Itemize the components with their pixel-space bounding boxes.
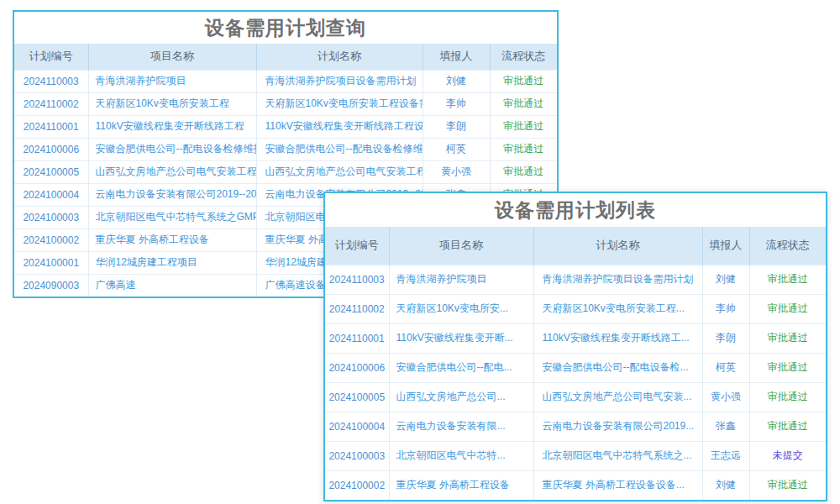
project-name-cell[interactable]: 天府新区10Kv变电所安装工程 bbox=[88, 92, 256, 115]
table-row[interactable]: 2024110001 110kV安徽线程集变开断线路工程 110kV安徽线程集变… bbox=[14, 115, 557, 138]
status-cell[interactable]: 审批通过 bbox=[490, 115, 557, 138]
table-row[interactable]: 2024110002 天府新区10Kv变电所安装工程 天府新区10Kv变电所安装… bbox=[14, 92, 557, 115]
project-name-cell[interactable]: 云南电力设备安装有限... bbox=[389, 412, 533, 441]
status-cell[interactable]: 审批通过 bbox=[490, 138, 557, 160]
status-cell[interactable]: 审批通过 bbox=[490, 160, 557, 183]
reporter-cell[interactable]: 李帅 bbox=[423, 92, 490, 115]
project-name-cell[interactable]: 110kV安徽线程集变开断... bbox=[389, 323, 533, 353]
reporter-cell[interactable]: 柯英 bbox=[423, 138, 490, 160]
list-table-header-row: 计划编号 项目名称 计划名称 填报人 流程状态 bbox=[325, 227, 826, 265]
reporter-cell[interactable]: 黄小强 bbox=[702, 382, 749, 412]
project-name-cell[interactable]: 重庆华夏 外高桥工程设备 bbox=[389, 470, 533, 500]
reporter-cell[interactable]: 李朗 bbox=[423, 115, 490, 138]
project-name-cell[interactable]: 北京朝阳区电气中芯特气系统之GMP工程 bbox=[88, 206, 256, 228]
status-cell[interactable]: 审批通过 bbox=[749, 353, 826, 382]
plan-name-cell[interactable]: 安徽合肥供电公司--配电设备检... bbox=[533, 353, 702, 382]
plan-no-cell[interactable]: 2024100005 bbox=[14, 160, 88, 183]
table-row[interactable]: 2024100002 重庆华夏 外高桥工程设备 重庆华夏 外高桥工程设备设备..… bbox=[325, 470, 826, 500]
table-row[interactable]: 2024100006 安徽合肥供电公司--配电... 安徽合肥供电公司--配电设… bbox=[325, 353, 826, 382]
reporter-cell[interactable]: 刘健 bbox=[702, 265, 749, 294]
reporter-cell[interactable]: 黄小强 bbox=[423, 160, 490, 183]
column-header-status: 流程状态 bbox=[490, 44, 557, 70]
reporter-cell[interactable]: 刘健 bbox=[423, 70, 490, 92]
plan-no-cell[interactable]: 2024110002 bbox=[14, 92, 88, 115]
project-name-cell[interactable]: 华润12城房建工程项目 bbox=[88, 251, 256, 274]
project-name-cell[interactable]: 广佛高速 bbox=[88, 274, 256, 297]
project-name-cell[interactable]: 北京朝阳区电气中芯特... bbox=[389, 441, 533, 470]
plan-no-cell[interactable]: 2024100006 bbox=[325, 353, 389, 382]
plan-no-cell[interactable]: 2024110003 bbox=[325, 265, 389, 294]
status-cell[interactable]: 审批通过 bbox=[490, 70, 557, 92]
column-header-project: 项目名称 bbox=[88, 44, 256, 70]
plan-name-cell[interactable]: 天府新区10Kv变电所安装工程设备需用计划 bbox=[256, 92, 423, 115]
plan-no-cell[interactable]: 2024100006 bbox=[14, 138, 88, 160]
plan-name-cell[interactable]: 山西弘文房地产总公司电气安装工程设备需用计划 bbox=[256, 160, 423, 183]
table-row[interactable]: 2024100003 北京朝阳区电气中芯特... 北京朝阳区电气中芯特气系统之.… bbox=[325, 441, 826, 470]
status-cell[interactable]: 审批通过 bbox=[749, 382, 826, 412]
plan-no-cell[interactable]: 2024100001 bbox=[14, 251, 88, 274]
table-row[interactable]: 2024100006 安徽合肥供电公司--配电设备检修维护工程 安徽合肥供电公司… bbox=[14, 138, 557, 160]
plan-no-cell[interactable]: 2024100005 bbox=[325, 382, 389, 412]
table-row[interactable]: 2024110002 天府新区10Kv变电所安... 天府新区10Kv变电所安装… bbox=[325, 294, 826, 323]
plan-no-cell[interactable]: 2024110002 bbox=[325, 294, 389, 323]
column-header-plan-no: 计划编号 bbox=[325, 227, 389, 265]
project-name-cell[interactable]: 安徽合肥供电公司--配电... bbox=[389, 353, 533, 382]
table-row[interactable]: 2024110003 青海洪湖养护院项目 青海洪湖养护院项目设备需用计划 刘健 … bbox=[14, 70, 557, 92]
plan-name-cell[interactable]: 青海洪湖养护院项目设备需用计划 bbox=[533, 265, 702, 294]
plan-name-cell[interactable]: 云南电力设备安装有限公司2019... bbox=[533, 412, 702, 441]
plan-no-cell[interactable]: 2024110001 bbox=[14, 115, 88, 138]
query-table-header-row: 计划编号 项目名称 计划名称 填报人 流程状态 bbox=[14, 44, 557, 70]
plan-no-cell[interactable]: 2024100003 bbox=[325, 441, 389, 470]
query-panel-title: 设备需用计划查询 bbox=[14, 12, 557, 44]
status-cell[interactable]: 审批通过 bbox=[749, 323, 826, 353]
project-name-cell[interactable]: 青海洪湖养护院项目 bbox=[389, 265, 533, 294]
plan-no-cell[interactable]: 2024100003 bbox=[14, 206, 88, 228]
project-name-cell[interactable]: 安徽合肥供电公司--配电设备检修维护工程 bbox=[88, 138, 256, 160]
reporter-cell[interactable]: 刘健 bbox=[702, 470, 749, 500]
project-name-cell[interactable]: 山西弘文房地产总公司电气安装工程 bbox=[88, 160, 256, 183]
list-panel-title: 设备需用计划列表 bbox=[325, 193, 826, 227]
project-name-cell[interactable]: 山西弘文房地产总公司... bbox=[389, 382, 533, 412]
status-cell[interactable]: 审批通过 bbox=[749, 265, 826, 294]
reporter-cell[interactable]: 李朗 bbox=[702, 323, 749, 353]
reporter-cell[interactable]: 李帅 bbox=[702, 294, 749, 323]
table-row[interactable]: 2024110001 110kV安徽线程集变开断... 110kV安徽线程集变开… bbox=[325, 323, 826, 353]
plan-no-cell[interactable]: 2024100004 bbox=[325, 412, 389, 441]
plan-name-cell[interactable]: 北京朝阳区电气中芯特气系统之... bbox=[533, 441, 702, 470]
plan-name-cell[interactable]: 天府新区10Kv变电所安装工程... bbox=[533, 294, 702, 323]
plan-no-cell[interactable]: 2024090003 bbox=[14, 274, 88, 297]
status-cell[interactable]: 审批通过 bbox=[749, 470, 826, 500]
status-cell[interactable]: 审批通过 bbox=[490, 92, 557, 115]
plan-no-cell[interactable]: 2024100004 bbox=[14, 183, 88, 206]
plan-no-cell[interactable]: 2024110003 bbox=[14, 70, 88, 92]
project-name-cell[interactable]: 天府新区10Kv变电所安... bbox=[389, 294, 533, 323]
reporter-cell[interactable]: 柯英 bbox=[702, 353, 749, 382]
reporter-cell[interactable]: 张鑫 bbox=[702, 412, 749, 441]
project-name-cell[interactable]: 云南电力设备安装有限公司2019--2020 bbox=[88, 183, 256, 206]
table-row[interactable]: 2024100005 山西弘文房地产总公司... 山西弘文房地产总公司电气安装.… bbox=[325, 382, 826, 412]
reporter-cell[interactable]: 王志远 bbox=[702, 441, 749, 470]
project-name-cell[interactable]: 重庆华夏 外高桥工程设备 bbox=[88, 228, 256, 251]
plan-no-cell[interactable]: 2024100002 bbox=[325, 470, 389, 500]
plan-name-cell[interactable]: 110kV安徽线程集变开断线路工... bbox=[533, 323, 702, 353]
plan-name-cell[interactable]: 山西弘文房地产总公司电气安装... bbox=[533, 382, 702, 412]
plan-name-cell[interactable]: 青海洪湖养护院项目设备需用计划 bbox=[256, 70, 423, 92]
column-header-reporter: 填报人 bbox=[423, 44, 490, 70]
column-header-plan-name: 计划名称 bbox=[256, 44, 423, 70]
table-row[interactable]: 2024100005 山西弘文房地产总公司电气安装工程 山西弘文房地产总公司电气… bbox=[14, 160, 557, 183]
status-cell[interactable]: 未提交 bbox=[749, 441, 826, 470]
plan-name-cell[interactable]: 110kV安徽线程集变开断线路工程设备需用计划 bbox=[256, 115, 423, 138]
plan-name-cell[interactable]: 重庆华夏 外高桥工程设备设备... bbox=[533, 470, 702, 500]
table-row[interactable]: 2024110003 青海洪湖养护院项目 青海洪湖养护院项目设备需用计划 刘健 … bbox=[325, 265, 826, 294]
column-header-plan-no: 计划编号 bbox=[14, 44, 88, 70]
status-cell[interactable]: 审批通过 bbox=[749, 294, 826, 323]
column-header-plan-name: 计划名称 bbox=[533, 227, 702, 265]
status-cell[interactable]: 审批通过 bbox=[749, 412, 826, 441]
project-name-cell[interactable]: 青海洪湖养护院项目 bbox=[88, 70, 256, 92]
table-row[interactable]: 2024100004 云南电力设备安装有限... 云南电力设备安装有限公司201… bbox=[325, 412, 826, 441]
plan-name-cell[interactable]: 安徽合肥供电公司--配电设备检修维护工程设备需用计划 bbox=[256, 138, 423, 160]
project-name-cell[interactable]: 110kV安徽线程集变开断线路工程 bbox=[88, 115, 256, 138]
column-header-project: 项目名称 bbox=[389, 227, 533, 265]
plan-no-cell[interactable]: 2024110001 bbox=[325, 323, 389, 353]
plan-no-cell[interactable]: 2024100002 bbox=[14, 228, 88, 251]
